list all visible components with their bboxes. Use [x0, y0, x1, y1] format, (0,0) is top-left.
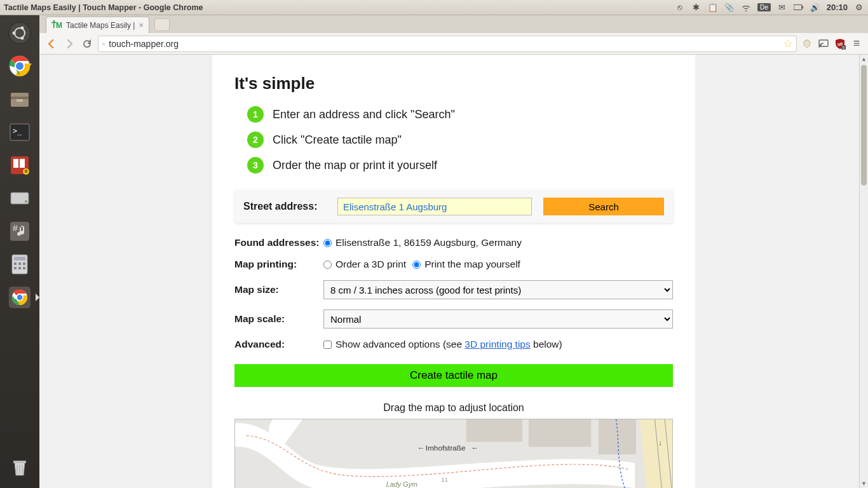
- battery-icon[interactable]: [794, 3, 804, 13]
- chrome-tabstrip: T̽M Tactile Maps Easily | ×: [39, 15, 868, 33]
- mail-icon[interactable]: ✉: [777, 3, 787, 13]
- launcher-trash[interactable]: [4, 452, 36, 483]
- address-input[interactable]: [337, 198, 532, 215]
- volume-icon[interactable]: 🔊: [810, 3, 820, 13]
- page-content: It's simple 1Enter an address and click …: [212, 55, 695, 488]
- ublock-icon[interactable]: u05: [834, 37, 846, 50]
- bookmark-star-icon[interactable]: ☆: [783, 37, 792, 50]
- page-heading: It's simple: [234, 74, 673, 93]
- svg-rect-30: [14, 267, 17, 269]
- chrome-window: T̽M Tactile Maps Easily | × ▫ touch-mapp…: [39, 15, 868, 488]
- extension-icon-1[interactable]: [801, 37, 813, 50]
- launcher-calculator[interactable]: [4, 249, 36, 280]
- printing-tips-link[interactable]: 3D printing tips: [465, 339, 530, 349]
- size-label: Map size:: [234, 284, 323, 295]
- svg-point-4: [13, 32, 16, 35]
- window-title: Tactile Maps Easily | Touch Mapper - Goo…: [4, 3, 203, 12]
- svg-text:↓: ↓: [658, 438, 662, 447]
- system-top-panel: Tactile Maps Easily | Touch Mapper - Goo…: [0, 0, 868, 15]
- printing-option-self[interactable]: Print the map yourself: [412, 259, 520, 270]
- tab-close-icon[interactable]: ×: [139, 20, 144, 30]
- advanced-label: Advanced:: [234, 339, 323, 350]
- scale-label: Map scale:: [234, 313, 323, 325]
- address-bar[interactable]: ▫ touch-mapper.org ☆: [98, 36, 797, 52]
- search-button[interactable]: Search: [543, 198, 664, 215]
- forward-button[interactable]: [62, 37, 76, 51]
- map-size-select[interactable]: 8 cm / 3.1 inches across (good for test …: [323, 280, 673, 299]
- launcher-music[interactable]: #: [4, 216, 36, 247]
- scroll-up-arrow-icon[interactable]: ▲: [860, 55, 868, 64]
- attachment-icon[interactable]: 📎: [724, 3, 735, 13]
- map-printing-row: Map printing: Order a 3D print Print the…: [234, 259, 673, 270]
- svg-point-5: [21, 27, 24, 30]
- svg-point-2: [9, 22, 31, 44]
- step-number-badge: 2: [247, 132, 264, 148]
- hamburger-icon: ≡: [853, 37, 860, 50]
- reload-button[interactable]: [80, 37, 94, 51]
- create-map-button[interactable]: Create tactile map: [234, 364, 673, 387]
- map-scale-row: Map scale: Normal: [234, 309, 673, 329]
- svg-rect-46: [529, 419, 591, 447]
- map-scale-select[interactable]: Normal: [323, 309, 673, 329]
- printing-radio-self[interactable]: [412, 261, 421, 269]
- clock[interactable]: 20:10: [827, 3, 848, 12]
- system-tray: ⎋ ✱ 📋 📎 De ✉ 🔊 20:10 ⚙: [675, 3, 864, 13]
- launcher-chrome-active[interactable]: [4, 282, 36, 313]
- svg-text:>_: >_: [13, 126, 22, 135]
- svg-rect-47: [599, 419, 636, 454]
- launcher-chrome[interactable]: [4, 51, 36, 81]
- svg-rect-17: [13, 159, 18, 168]
- advanced-checkbox-label[interactable]: Show advanced options (see 3D printing t…: [323, 339, 562, 350]
- svg-text:#: #: [13, 223, 18, 233]
- new-tab-button[interactable]: [154, 18, 170, 31]
- launcher-app-red[interactable]: [4, 150, 36, 180]
- svg-rect-28: [18, 262, 21, 265]
- step-number-badge: 3: [247, 157, 264, 173]
- dropbox-icon[interactable]: ✱: [691, 3, 702, 13]
- settings-gear-icon[interactable]: ⚙: [854, 3, 864, 13]
- vertical-scrollbar[interactable]: ▲ ▼: [859, 55, 868, 488]
- launcher-files[interactable]: [4, 84, 36, 114]
- printing-option-order[interactable]: Order a 3D print: [323, 259, 406, 270]
- tab-title: Tactile Maps Easily |: [66, 21, 135, 30]
- step-item: 1Enter an address and click "Search": [247, 106, 673, 123]
- svg-rect-13: [17, 99, 23, 102]
- step-item: 3Order the map or print it yourself: [247, 157, 673, 173]
- steps-list: 1Enter an address and click "Search" 2Cl…: [247, 106, 673, 173]
- svg-rect-20: [25, 170, 27, 173]
- cast-icon[interactable]: [817, 37, 830, 50]
- drag-hint-text: Drag the map to adjust location: [234, 402, 673, 414]
- scrollbar-thumb[interactable]: [861, 65, 867, 186]
- scroll-down-arrow-icon[interactable]: ▼: [860, 479, 868, 488]
- page-icon: ▫: [102, 39, 105, 48]
- printing-radio-order[interactable]: [323, 261, 332, 269]
- advanced-checkbox[interactable]: [323, 341, 332, 349]
- clipboard-icon[interactable]: 📋: [708, 3, 718, 13]
- launcher-dash[interactable]: [4, 18, 36, 48]
- svg-point-6: [21, 37, 24, 40]
- launcher-disk[interactable]: [4, 183, 36, 214]
- found-radio[interactable]: [323, 239, 332, 247]
- launcher-terminal[interactable]: >_: [4, 117, 36, 147]
- keyboard-layout-indicator[interactable]: De: [757, 3, 771, 11]
- step-item: 2Click "Create tactile map": [247, 132, 673, 148]
- found-address-option[interactable]: Elisenstraße 1, 86159 Augsburg, Germany: [323, 237, 522, 248]
- advanced-row: Advanced: Show advanced options (see 3D …: [234, 339, 673, 350]
- printing-label: Map printing:: [234, 259, 323, 270]
- chrome-menu-button[interactable]: ≡: [850, 37, 863, 50]
- page-viewport: It's simple 1Enter an address and click …: [39, 55, 868, 488]
- map-size-row: Map size: 8 cm / 3.1 inches across (good…: [234, 280, 673, 299]
- svg-rect-1: [802, 6, 803, 9]
- svg-rect-27: [14, 262, 17, 265]
- indicator-icon[interactable]: ⎋: [675, 3, 685, 13]
- svg-rect-45: [466, 419, 522, 442]
- svg-text:Lady Gym: Lady Gym: [386, 480, 417, 488]
- map-preview[interactable]: ↓ ← Imhofstraße ← Lady Gym 11: [234, 419, 673, 488]
- back-button[interactable]: [44, 37, 58, 51]
- unity-launcher: >_ #: [0, 15, 39, 488]
- url-text: touch-mapper.org: [109, 39, 780, 49]
- browser-tab[interactable]: T̽M Tactile Maps Easily | ×: [46, 17, 149, 33]
- svg-text:←: ←: [471, 444, 479, 452]
- wifi-icon[interactable]: [741, 3, 751, 13]
- found-addresses-row: Found addresses: Elisenstraße 1, 86159 A…: [234, 237, 673, 248]
